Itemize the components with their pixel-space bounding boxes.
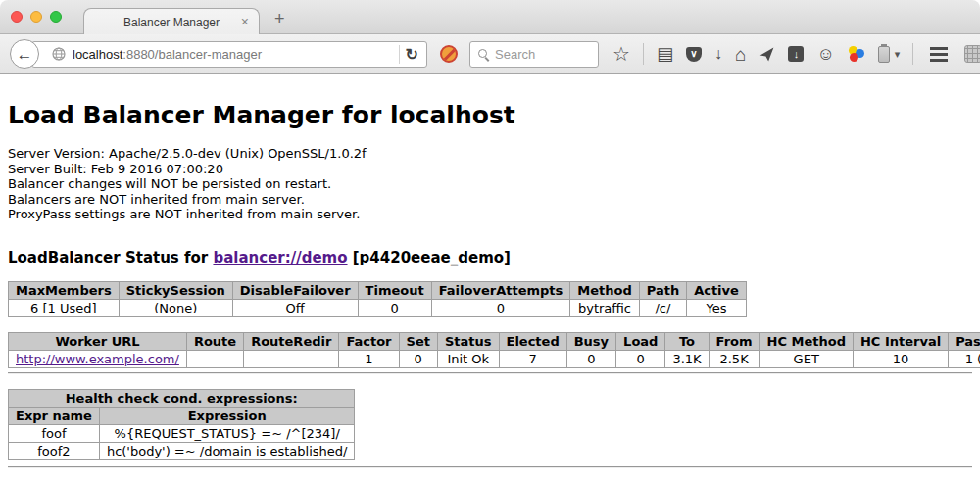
cell-timeout: 0 [358, 299, 431, 316]
search-bar[interactable] [469, 41, 599, 68]
status-prefix: LoadBalancer Status for [8, 249, 213, 266]
menu-icon[interactable] [930, 53, 948, 56]
col-set: Set [399, 332, 437, 350]
tab-title: Balancer Manager [123, 16, 220, 29]
cell-passes: 1 (0) [949, 350, 980, 367]
search-icon [478, 49, 487, 58]
back-arrow-icon: ← [17, 46, 33, 63]
persist-note-line: Balancer changes will NOT be persisted o… [8, 176, 972, 192]
col-failoverattempts: FailoverAttempts [431, 281, 570, 299]
globe-icon [52, 47, 66, 61]
close-window-button[interactable] [11, 11, 23, 23]
cell-worker-url: http://www.example.com/ [9, 350, 187, 367]
cell-maxmembers: 6 [1 Used] [9, 299, 120, 316]
tab-bar: Balancer Manager × + [0, 0, 980, 34]
downloads-icon[interactable]: ↓ [714, 46, 722, 62]
col-active: Active [687, 281, 747, 299]
colored-dots-extension-icon[interactable] [848, 45, 865, 63]
cell-routeredir [244, 350, 339, 367]
balancers-note-line: Balancers are NOT inherited from main se… [8, 192, 972, 208]
col-route: Route [186, 332, 243, 350]
col-method: Method [570, 281, 639, 299]
cell-route [186, 350, 243, 367]
col-expression: Expression [99, 407, 355, 424]
cell-hc-interval: 10 [853, 350, 948, 367]
cell-method: bytraffic [570, 299, 639, 316]
server-info: Server Version: Apache/2.5.0-dev (Unix) … [8, 146, 972, 222]
worker-table: Worker URL Route RouteRedir Factor Set S… [8, 332, 980, 368]
col-busy: Busy [566, 332, 615, 350]
cell-hc-method: GET [760, 350, 853, 367]
overflow-caret-icon[interactable]: ▾ [895, 49, 901, 60]
minimize-window-button[interactable] [30, 11, 42, 23]
col-factor: Factor [339, 332, 399, 350]
balancer-demo-link[interactable]: balancer://demo [213, 249, 347, 266]
proxypass-note-line: ProxyPass settings are NOT inherited fro… [8, 207, 972, 222]
tile-grid-extension-icon[interactable] [964, 45, 980, 63]
page-title: Load Balancer Manager for localhost [8, 101, 972, 129]
cell-status: Init Ok [437, 350, 499, 367]
col-hc-interval: HC Interval [853, 332, 948, 350]
url-divider [399, 45, 400, 64]
url-text[interactable]: localhost:8880/balancer-manager [73, 47, 393, 62]
col-path: Path [639, 281, 686, 299]
reading-list-icon[interactable]: ▤ [657, 45, 673, 63]
feedback-smiley-icon[interactable]: ☺ [816, 45, 834, 63]
health-table-title: Health check cond. expressions: [9, 389, 355, 407]
server-version-line: Server Version: Apache/2.5.0-dev (Unix) … [8, 146, 972, 162]
back-button[interactable]: ← [10, 39, 39, 69]
download-helper-extension-icon[interactable]: ↓ [788, 46, 804, 62]
home-icon[interactable]: ⌂ [735, 45, 746, 64]
table-header-row: MaxMembers StickySession DisableFailover… [9, 281, 747, 299]
cell-to: 3.1K [665, 350, 709, 367]
battery-extension-icon[interactable] [878, 46, 890, 63]
col-maxmembers: MaxMembers [9, 281, 120, 299]
cell-path: /c/ [639, 299, 686, 316]
cell-load: 0 [616, 350, 665, 367]
server-built-line: Server Built: Feb 9 2016 07:00:20 [8, 162, 972, 177]
cell-active: Yes [687, 299, 747, 316]
table-row: 6 [1 Used] (None) Off 0 0 bytraffic /c/ … [9, 299, 747, 316]
cell-failoverattempts: 0 [431, 299, 570, 316]
reload-button[interactable]: ↻ [406, 45, 426, 64]
table-row: foof %{REQUEST_STATUS} =~ /^[234]/ [9, 424, 355, 442]
cell-from: 2.5K [709, 350, 760, 367]
new-tab-button[interactable]: + [274, 10, 285, 27]
col-to: To [665, 332, 709, 350]
table-title-row: Health check cond. expressions: [9, 389, 355, 407]
tab-balancer-manager[interactable]: Balancer Manager × [83, 8, 260, 35]
col-timeout: Timeout [358, 281, 431, 299]
table-row: foof2 hc('body') =~ /domain is establish… [9, 442, 355, 459]
navigation-toolbar: ← localhost:8880/balancer-manager ↻ ☆ ▤ … [0, 34, 980, 74]
worker-url-link[interactable]: http://www.example.com/ [16, 352, 179, 366]
worker-row: http://www.example.com/ 1 0 Init Ok 7 0 … [9, 350, 980, 367]
col-expr-name: Expr name [9, 407, 100, 424]
cell-set: 0 [399, 350, 437, 367]
pocket-icon[interactable]: ∨ [686, 47, 702, 62]
url-bar[interactable]: localhost:8880/balancer-manager ↻ [31, 41, 427, 68]
cell-elected: 7 [499, 350, 566, 367]
bookmark-star-icon[interactable]: ☆ [612, 44, 630, 64]
tab-close-icon[interactable]: × [241, 14, 249, 29]
send-tab-icon[interactable] [759, 46, 775, 63]
toolbar-icons: ☆ ▤ ∨ ↓ ⌂ ↓ ☺ ▾ [612, 43, 980, 65]
plugin-blocked-icon[interactable] [440, 45, 458, 63]
section-divider [8, 372, 972, 374]
search-input[interactable] [493, 46, 581, 63]
cell-busy: 0 [566, 350, 615, 367]
url-path: :8880/balancer-manager [122, 47, 262, 62]
col-stickysession: StickySession [119, 281, 232, 299]
cell-stickysession: (None) [119, 299, 232, 316]
cell-factor: 1 [339, 350, 399, 367]
fullscreen-window-button[interactable] [50, 11, 62, 23]
col-hc-method: HC Method [760, 332, 853, 350]
loadbalancer-status-heading: LoadBalancer Status for balancer://demo … [8, 249, 972, 266]
page-content: Load Balancer Manager for localhost Serv… [0, 101, 980, 468]
url-domain: localhost [73, 47, 122, 62]
col-elected: Elected [499, 332, 566, 350]
cell-disablefailover: Off [232, 299, 358, 316]
bottom-divider [8, 466, 972, 468]
col-status: Status [437, 332, 499, 350]
col-passes: Passes [949, 332, 980, 350]
window-controls [11, 11, 62, 23]
